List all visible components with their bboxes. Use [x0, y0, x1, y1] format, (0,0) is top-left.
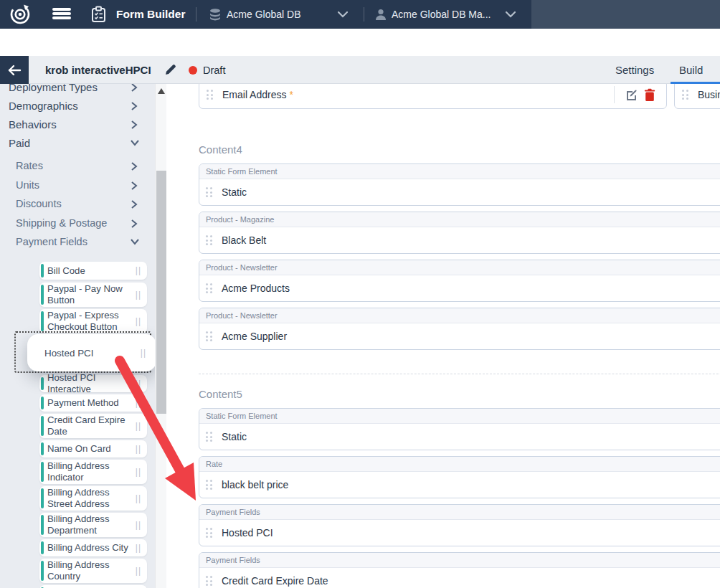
content-section-4: Content4 Static Form Element Static Prod… [199, 143, 720, 356]
drag-handle-icon[interactable] [133, 566, 141, 576]
drag-handle-icon[interactable] [133, 493, 141, 503]
chevron-right-icon [131, 200, 138, 207]
card-type-label: Static Form Element [199, 164, 720, 179]
tab-build[interactable]: Build [679, 56, 703, 84]
navbar-divider [364, 7, 364, 22]
drag-dots-icon[interactable] [206, 283, 212, 293]
content-section-5: Content5 Static Form Element Static Rate… [199, 388, 720, 588]
drag-dots-icon[interactable] [206, 331, 212, 341]
palette-field-name-on-card[interactable]: Name On Card [39, 440, 147, 457]
drag-handle-icon[interactable] [133, 265, 141, 275]
form-canvas: Email Address * Busin Content4 Static Fo… [166, 84, 720, 588]
sidebar-item-rates[interactable]: Rates [0, 156, 155, 176]
hamburger-menu-icon[interactable] [52, 0, 71, 29]
palette-field-clipped[interactable] [39, 585, 147, 588]
chevron-right-icon [131, 181, 138, 189]
form-field-clipped-business[interactable]: Busin [674, 80, 720, 109]
drag-dots-icon[interactable] [207, 90, 213, 100]
form-card-acme-products[interactable]: Product - Newsletter Acme Products [199, 260, 720, 302]
sidebar-item-paid[interactable]: Paid [0, 133, 155, 152]
form-card-hosted-pci[interactable]: Payment Fields Hosted PCI [199, 504, 720, 546]
card-type-label: Product - Magazine [199, 212, 720, 227]
account-selector-label[interactable]: Acme Global DB Ma... [392, 0, 491, 29]
form-card-black-belt[interactable]: Product - Magazine Black Belt [199, 212, 720, 254]
drag-handle-icon[interactable] [133, 444, 141, 454]
field-palette-sidebar: Deployment Types Demographics Behaviors … [0, 84, 155, 588]
navbar-divider [196, 7, 196, 22]
card-type-label: Product - Newsletter [199, 260, 720, 275]
drag-dots-icon[interactable] [206, 432, 212, 442]
palette-field-billing-city[interactable]: Billing Address City [39, 539, 147, 556]
drag-dots-icon[interactable] [206, 576, 212, 586]
sidebar-item-payment-fields[interactable]: Payment Fields [0, 232, 155, 252]
database-selector-label[interactable]: Acme Global DB [227, 0, 300, 29]
chevron-down-icon[interactable] [337, 0, 349, 29]
tab-settings[interactable]: Settings [615, 56, 654, 84]
drag-dots-icon[interactable] [682, 90, 688, 100]
chevron-right-icon [131, 120, 138, 128]
chevron-right-icon [131, 162, 138, 169]
sidebar-item-deployment-types[interactable]: Deployment Types [0, 84, 155, 96]
delete-field-button[interactable] [640, 85, 659, 104]
database-icon [209, 0, 222, 29]
sidebar-item-discounts[interactable]: Discounts [0, 194, 155, 214]
palette-field-hosted-pci-interactive[interactable]: Hosted PCI Interactive [39, 375, 147, 392]
scrollbar[interactable] [155, 84, 166, 588]
palette-field-billing-department[interactable]: Billing Address Department [39, 513, 147, 537]
chevron-right-icon [131, 102, 138, 109]
drag-handle-icon[interactable] [133, 290, 141, 300]
card-type-label: Static Form Element [199, 409, 720, 424]
status-dot [189, 66, 197, 75]
user-icon [374, 0, 387, 29]
section-divider [199, 374, 720, 374]
card-type-label: Payment Fields [199, 553, 720, 568]
navbar-right-section [531, 0, 720, 29]
drag-handle-icon[interactable] [133, 543, 141, 553]
palette-field-billing-indicator[interactable]: Billing Address Indicator [39, 460, 147, 484]
palette-field-payment-method[interactable]: Payment Method [39, 394, 147, 412]
required-asterisk: * [289, 89, 293, 100]
card-type-label: Product - Newsletter [199, 308, 720, 323]
drag-handle-icon[interactable] [133, 316, 141, 326]
form-card-black-belt-price[interactable]: Rate black belt price [199, 456, 720, 498]
drag-dots-icon[interactable] [206, 528, 212, 538]
drag-dots-icon[interactable] [206, 480, 212, 490]
drag-handle-icon[interactable] [133, 421, 141, 431]
edit-field-button[interactable] [622, 85, 640, 104]
form-card-cc-expire-date[interactable]: Payment Fields Credit Card Expire Date [199, 552, 720, 588]
omeda-logo-icon[interactable] [9, 0, 31, 29]
chevron-down-icon[interactable] [505, 0, 516, 29]
sidebar-item-behaviors[interactable]: Behaviors [0, 115, 155, 133]
palette-field-bill-code[interactable]: Bill Code [39, 262, 147, 280]
drag-handle-icon[interactable] [133, 520, 141, 530]
control-divider [614, 86, 615, 103]
drag-dots-icon[interactable] [206, 187, 212, 197]
form-card-static[interactable]: Static Form Element Static [199, 163, 720, 206]
palette-field-billing-street[interactable]: Billing Address Street Address [39, 486, 147, 511]
palette-field-billing-country[interactable]: Billing Address Country [39, 559, 147, 583]
sidebar-item-demographics[interactable]: Demographics [0, 96, 155, 115]
form-card-acme-supplier[interactable]: Product - Newsletter Acme Supplier [199, 308, 720, 350]
palette-field-paypal-pay-now[interactable]: Paypal - Pay Now Button [39, 283, 147, 307]
scrollbar-up-arrow[interactable] [158, 88, 165, 94]
edit-title-icon[interactable] [164, 64, 176, 79]
section-title: Content5 [199, 388, 720, 401]
form-card-static[interactable]: Static Form Element Static [199, 408, 720, 450]
sidebar-item-shipping-postage[interactable]: Shipping & Postage [0, 214, 155, 233]
form-title: krob interactiveHPCI [45, 56, 151, 84]
scrollbar-thumb[interactable] [156, 171, 166, 414]
drag-handle-icon[interactable] [133, 379, 141, 389]
drag-handle-icon[interactable] [138, 348, 146, 358]
drag-dots-icon[interactable] [206, 235, 212, 245]
status-label: Draft [203, 56, 225, 84]
form-field-email-address[interactable]: Email Address * [199, 80, 667, 109]
back-button[interactable] [0, 56, 29, 84]
drag-handle-icon[interactable] [133, 467, 141, 477]
palette-field-cc-expire-date[interactable]: Credit Card Expire Date [39, 414, 147, 438]
sidebar-item-units[interactable]: Units [0, 176, 155, 195]
dragged-field-hosted-pci[interactable]: Hosted PCI [27, 334, 155, 371]
form-toolbar: krob interactiveHPCI Draft Settings Buil… [0, 56, 720, 84]
drag-handle-icon[interactable] [133, 398, 141, 408]
palette-field-paypal-express[interactable]: Paypal - Express Checkout Button [39, 309, 147, 333]
section-title: Content4 [199, 143, 720, 156]
